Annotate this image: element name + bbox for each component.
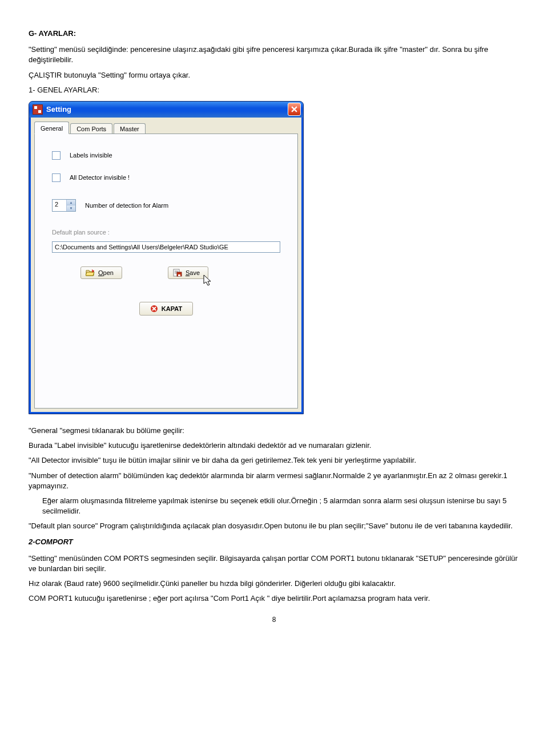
paragraph: "Setting" menüsü seçildiğinde: penceresi… [29,45,519,65]
close-icon [291,106,297,112]
tab-strip: General Com Ports Master [34,121,298,134]
paragraph: "All Detector invisible" tuşu ile bütün … [29,455,519,466]
paragraph: "Setting" menüsünden COM PORTS segmesind… [29,553,519,574]
paragraph: Hız olarak (Baud rate) 9600 seçilmelidir… [29,579,519,589]
default-plan-path-input[interactable] [52,241,280,253]
open-button[interactable]: Open [80,266,122,279]
kapat-button-label: KAPAT [162,305,182,312]
paragraph: "Default plan source" Program çalıştırıl… [29,521,519,531]
tab-general[interactable]: General [34,122,69,134]
window-body: General Com Ports Master Labels invisibl… [29,118,303,414]
cancel-x-icon [150,305,158,313]
all-detector-invisible-label: All Detector invisible ! [70,174,130,181]
paragraph: ÇALIŞTIR butonuyla "Setting" formu ortay… [29,70,519,80]
paragraph: "General "segmesi tıklanarak bu bölüme g… [29,426,519,436]
open-button-label: Open [98,269,114,276]
close-button[interactable] [288,103,301,116]
section-heading-g: G- AYARLAR: [29,29,519,39]
paragraph-indent: Eğer alarm oluşmasında filitreleme yapıl… [42,496,519,516]
labels-invisible-checkbox[interactable] [52,151,61,160]
mouse-cursor-icon [202,274,213,288]
settings-window: Setting General Com Ports Master Labels … [29,101,304,414]
page-number: 8 [29,615,519,625]
paragraph: "Number of detection alarm" bölümünden k… [29,471,519,491]
all-detector-invisible-checkbox[interactable] [52,173,61,182]
app-icon [33,104,43,115]
folder-open-icon [86,269,95,277]
number-detection-spinner[interactable]: 2 ▲ ▼ [52,199,76,212]
labels-invisible-label: Labels invisible [70,152,112,159]
svg-rect-5 [178,274,180,276]
section-heading-2: 2-COMPORT [29,537,519,547]
paragraph: Burada "Label invisible" kutucuğu işaret… [29,440,519,451]
default-plan-source-label: Default plan source : [52,229,280,236]
tab-comports[interactable]: Com Ports [70,123,112,134]
section-heading-1: 1- GENEL AYARLAR: [29,85,519,95]
number-detection-label: Number of detection for Alarm [85,202,168,209]
save-button-label: Save [186,269,200,276]
spinner-down[interactable]: ▼ [67,205,75,211]
kapat-button[interactable]: KAPAT [139,302,193,316]
save-button[interactable]: Save [168,266,208,279]
paragraph: COM PORT1 kutucuğu işaretlenirse ; eğer … [29,593,519,604]
spinner-value[interactable]: 2 [53,200,66,211]
window-title: Setting [46,105,288,114]
titlebar[interactable]: Setting [29,102,303,118]
save-doc-icon [173,269,182,277]
spinner-up[interactable]: ▲ [67,200,75,205]
tab-master[interactable]: Master [114,123,146,134]
tab-pane-general: Labels invisible All Detector invisible … [34,134,298,409]
